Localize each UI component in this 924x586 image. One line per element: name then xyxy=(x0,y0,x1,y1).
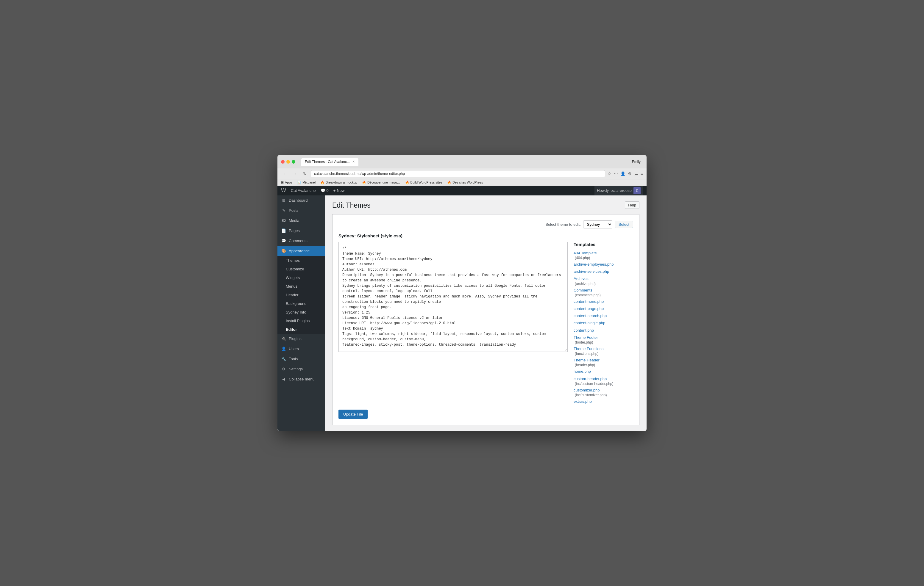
template-file-footer: (footer.php) xyxy=(575,340,633,344)
template-link-content[interactable]: content.php xyxy=(574,328,633,333)
template-link-archive-employees[interactable]: archive-employees.php xyxy=(574,262,633,267)
wp-admin: W Cat Avalanche 💬 0 + New Howdy, eclaire… xyxy=(277,186,647,431)
page-title: Edit Themes xyxy=(332,201,639,209)
settings-icon[interactable]: ⚙ xyxy=(628,171,632,176)
submenu-editor[interactable]: Editor xyxy=(277,325,325,334)
sidebar-label-dashboard: Dashboard xyxy=(289,198,308,202)
extensions-icon[interactable]: ⋯ xyxy=(614,171,618,176)
template-link-content-none[interactable]: content-none.php xyxy=(574,299,633,304)
template-item-footer: Theme Footer (footer.php) xyxy=(574,335,633,344)
template-link-content-search[interactable]: content-search.php xyxy=(574,313,633,319)
sidebar-item-media[interactable]: 🖼 Media xyxy=(277,216,325,226)
submenu-widgets[interactable]: Widgets xyxy=(277,273,325,282)
sidebar-label-posts: Posts xyxy=(289,208,299,213)
decouper-label: Découper une maqu… xyxy=(367,181,400,184)
bookmark-decouper[interactable]: 🔥 Découper une maqu… xyxy=(362,181,400,184)
howdy-menu[interactable]: Howdy, eclairereese E xyxy=(594,186,643,196)
refresh-button[interactable]: ↻ xyxy=(301,171,309,177)
sidebar-item-comments[interactable]: 💬 Comments xyxy=(277,236,325,246)
template-link-functions[interactable]: Theme Functions xyxy=(574,346,633,352)
template-item-customizer: customizer.php (inc/customizer.php) xyxy=(574,388,633,397)
sidebar-item-posts[interactable]: ✎ Posts xyxy=(277,206,325,216)
template-link-content-single[interactable]: content-single.php xyxy=(574,320,633,326)
des-sites-icon: 🔥 xyxy=(447,181,451,184)
submenu-sydney-info[interactable]: Sydney Info xyxy=(277,308,325,316)
appearance-submenu: Themes Customize Widgets Menus Header Ba… xyxy=(277,256,325,334)
browser-tab[interactable]: Edit Themes · Cat Avalanc… ✕ xyxy=(301,158,358,166)
code-editor[interactable] xyxy=(338,242,568,352)
update-file-button[interactable]: Update File xyxy=(338,410,368,419)
template-link-custom-header[interactable]: custom-header.php xyxy=(574,376,633,382)
appearance-icon: 🎨 xyxy=(281,249,286,254)
template-link-home[interactable]: home.php xyxy=(574,369,633,374)
template-file-header: (header.php) xyxy=(575,363,633,367)
traffic-lights xyxy=(281,160,295,164)
plugins-icon: 🔌 xyxy=(281,336,286,341)
template-item-content-page: content-page.php xyxy=(574,306,633,311)
bookmark-breakdown[interactable]: 🔥 Breakdown a mockup xyxy=(320,181,357,184)
template-item-custom-header: custom-header.php (inc/custom-header.php… xyxy=(574,376,633,386)
maximize-button[interactable] xyxy=(292,160,295,164)
template-link-404[interactable]: 404 Template xyxy=(574,250,633,256)
submenu-install-plugins[interactable]: Install Plugins xyxy=(277,316,325,325)
sidebar-item-dashboard[interactable]: ⊞ Dashboard xyxy=(277,196,325,206)
theme-select[interactable]: Sydney xyxy=(583,221,612,229)
sidebar-item-collapse[interactable]: ◀ Collapse menu xyxy=(277,374,325,384)
template-link-archives[interactable]: Archives xyxy=(574,276,633,281)
stylesheet-title: Sydney: Stylesheet (style.css) xyxy=(338,233,633,238)
submenu-background[interactable]: Background xyxy=(277,299,325,308)
sidebar-item-settings[interactable]: ⚙ Settings xyxy=(277,364,325,374)
users-icon: 👤 xyxy=(281,346,286,352)
account-icon[interactable]: 👤 xyxy=(620,171,625,176)
template-item-comments: Comments (comments.php) xyxy=(574,288,633,297)
template-link-extras[interactable]: extras.php xyxy=(574,399,633,404)
template-item-archives: Archives (archive.php) xyxy=(574,276,633,286)
sync-icon[interactable]: ☁ xyxy=(634,171,638,176)
template-item-404: 404 Template (404.php) xyxy=(574,250,633,260)
minimize-button[interactable] xyxy=(286,160,290,164)
forward-button[interactable]: → xyxy=(291,171,299,177)
comments-count: 0 xyxy=(327,188,328,193)
bookmark-des-sites[interactable]: 🔥 Des sites WordPress xyxy=(447,181,483,184)
menu-icon[interactable]: ≡ xyxy=(640,171,643,176)
help-button[interactable]: Help xyxy=(625,201,639,209)
submenu-customize[interactable]: Customize xyxy=(277,265,325,273)
breakdown-icon: 🔥 xyxy=(320,181,325,184)
back-button[interactable]: ← xyxy=(281,171,289,177)
address-bar[interactable] xyxy=(311,170,605,177)
comments-sidebar-icon: 💬 xyxy=(281,238,286,244)
template-link-footer[interactable]: Theme Footer xyxy=(574,335,633,340)
templates-panel: Templates 404 Template (404.php) archive… xyxy=(574,242,633,406)
select-theme-button[interactable]: Select xyxy=(615,221,633,228)
close-button[interactable] xyxy=(281,160,285,164)
star-icon[interactable]: ☆ xyxy=(607,171,611,176)
sidebar-item-users[interactable]: 👤 Users xyxy=(277,344,325,354)
template-link-comments[interactable]: Comments xyxy=(574,288,633,293)
comments-icon: 💬 xyxy=(321,188,325,193)
breakdown-label: Breakdown a mockup xyxy=(326,181,357,184)
sidebar-item-plugins[interactable]: 🔌 Plugins xyxy=(277,334,325,344)
template-link-header[interactable]: Theme Header xyxy=(574,357,633,363)
template-item-content-search: content-search.php xyxy=(574,313,633,319)
tab-close-icon[interactable]: ✕ xyxy=(352,160,355,164)
new-item[interactable]: + New xyxy=(333,188,345,193)
bookmark-build-wp[interactable]: 🔥 Build WordPress sites xyxy=(405,181,442,184)
wp-site-name[interactable]: Cat Avalanche xyxy=(291,188,316,193)
submenu-menus[interactable]: Menus xyxy=(277,282,325,291)
submenu-themes[interactable]: Themes xyxy=(277,256,325,265)
bookmark-apps[interactable]: ⊞ Apps xyxy=(281,181,292,184)
submenu-header[interactable]: Header xyxy=(277,291,325,299)
sidebar-item-pages[interactable]: 📄 Pages xyxy=(277,226,325,236)
sidebar-item-tools[interactable]: 🔧 Tools xyxy=(277,354,325,364)
new-label: New xyxy=(337,188,345,193)
howdy-text: Howdy, eclairereese xyxy=(597,188,632,193)
browser-window: Edit Themes · Cat Avalanc… ✕ Emily ← → ↻… xyxy=(277,155,647,431)
bookmark-mixpanel[interactable]: 📊 Mixpanel xyxy=(297,181,315,184)
template-link-customizer[interactable]: customizer.php xyxy=(574,388,633,393)
bookmarks-bar: ⊞ Apps 📊 Mixpanel 🔥 Breakdown a mockup 🔥… xyxy=(277,179,647,186)
template-link-archive-services[interactable]: archive-services.php xyxy=(574,269,633,274)
comments-count-item[interactable]: 💬 0 xyxy=(321,188,328,193)
template-link-content-page[interactable]: content-page.php xyxy=(574,306,633,311)
sidebar-item-appearance[interactable]: 🎨 Appearance xyxy=(277,246,325,256)
sidebar-label-users: Users xyxy=(289,347,299,351)
